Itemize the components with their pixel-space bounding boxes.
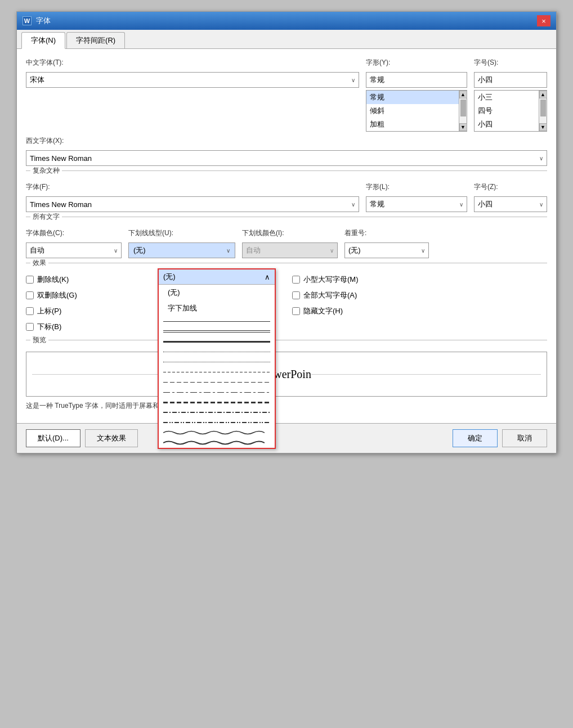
ok-button[interactable]: 确定 <box>453 429 498 447</box>
underline-type-value: (无) <box>133 245 146 255</box>
chinese-font-row: 中文字体(T): 宋体 ∨ 字形(Y): 常规 常规 倾斜 加粗 <box>26 58 547 132</box>
style-scrollbar[interactable]: ▲ ▼ <box>459 91 467 131</box>
tab-font[interactable]: 字体(N) <box>21 32 65 49</box>
close-button[interactable]: × <box>537 15 550 26</box>
hidden-label: 隐藏文字(H) <box>303 306 343 316</box>
effects-grid: 删除线(K) 小型大写字母(M) 双删除线(G) 全部大写字母(A) 上标(P) <box>26 275 547 335</box>
style-label: 字形(Y): <box>366 58 467 68</box>
style-item-italic[interactable]: 倾斜 <box>366 104 459 118</box>
double-strikethrough-label: 双删除线(G) <box>37 290 77 300</box>
dropdown-option-long-short[interactable] <box>159 387 275 397</box>
emphasis-select[interactable]: (无) ∨ <box>344 242 429 258</box>
style-value: 常规 <box>370 75 384 85</box>
size-scroll-up[interactable]: ▲ <box>539 91 547 98</box>
size-scroll-thumb[interactable] <box>540 100 546 116</box>
line-dotted-fine-icon <box>163 352 270 352</box>
line-dashed-md-icon <box>163 382 270 383</box>
style-scroll-up[interactable]: ▲ <box>459 91 467 98</box>
size-item-xiaosi[interactable]: 小四 <box>474 118 539 131</box>
chinese-font-select[interactable]: 宋体 ∨ <box>26 72 359 88</box>
line-wave2-icon <box>163 439 265 446</box>
dropdown-option-underline-text[interactable]: 字下加线 <box>159 300 275 316</box>
dropdown-option-dashed-sm[interactable] <box>159 367 275 377</box>
size-select[interactable]: 小四 <box>474 72 547 88</box>
chinese-font-arrow: ∨ <box>351 77 355 83</box>
underline-color-arrow: ∨ <box>330 248 334 254</box>
style-col: 字形(Y): 常规 常规 倾斜 加粗 ▲ <box>366 58 467 132</box>
style-list-container: 常规 倾斜 加粗 ▲ ▼ <box>366 90 467 132</box>
chinese-font-col: 中文字体(T): 宋体 ∨ <box>26 58 359 88</box>
complex-style-value: 常规 <box>370 199 384 209</box>
dropdown-option-thick-dashed[interactable] <box>159 397 275 407</box>
dropdown-option-single[interactable] <box>159 316 275 326</box>
line-single-icon <box>163 321 270 322</box>
preview-line-below <box>311 374 541 375</box>
dropdown-option-dotted-fine[interactable] <box>159 347 275 357</box>
underline-color-select[interactable]: 自动 ∨ <box>242 242 338 258</box>
size-scrollbar[interactable]: ▲ ▼ <box>539 91 547 131</box>
complex-size-select[interactable]: 小四 ∨ <box>474 196 547 212</box>
font-color-label: 字体颜色(C): <box>26 228 122 238</box>
dropdown-option-thick[interactable] <box>159 336 275 347</box>
line-wave-icon <box>163 430 265 435</box>
double-strikethrough-checkbox[interactable] <box>26 291 34 299</box>
line-long-short-icon <box>163 392 270 393</box>
default-button[interactable]: 默认(D)... <box>26 429 80 447</box>
underline-type-select[interactable]: (无) ∨ <box>128 242 235 258</box>
emphasis-label: 着重号: <box>344 228 429 238</box>
style-item-bold[interactable]: 加粗 <box>366 118 459 131</box>
preview-section: 预览 PowerPoin <box>26 340 547 397</box>
font-color-select[interactable]: 自动 ∨ <box>26 242 122 258</box>
style-scroll-thumb[interactable] <box>460 100 466 116</box>
style-select[interactable]: 常规 <box>366 72 467 88</box>
all-caps-checkbox[interactable] <box>292 291 300 299</box>
line-thick-dashed-icon <box>163 402 270 403</box>
style-item-regular[interactable]: 常规 <box>366 91 459 104</box>
title-bar-left: W 字体 <box>23 16 51 26</box>
strikethrough-checkbox[interactable] <box>26 276 34 284</box>
style-list: 常规 倾斜 加粗 <box>366 91 459 131</box>
tab-spacing[interactable]: 字符间距(R) <box>66 32 125 48</box>
superscript-checkbox[interactable] <box>26 307 34 315</box>
style-scroll-down[interactable]: ▼ <box>459 123 467 131</box>
small-caps-checkbox[interactable] <box>292 276 300 284</box>
preview-title: 预览 <box>30 335 48 345</box>
dropdown-option-wave[interactable] <box>159 428 275 438</box>
dropdown-option-dashed-md[interactable] <box>159 377 275 387</box>
size-col: 字号(S): 小四 小三 四号 小四 ▲ ▼ <box>474 58 547 132</box>
dialog-title: 字体 <box>36 16 51 26</box>
western-font-arrow: ∨ <box>539 155 543 161</box>
western-font-select[interactable]: Times New Roman ∨ <box>26 150 547 166</box>
subscript-label: 下标(B) <box>37 322 61 332</box>
dropdown-option-double[interactable] <box>159 326 275 336</box>
cancel-button[interactable]: 取消 <box>502 429 547 447</box>
dropdown-option-dotted-medium[interactable] <box>159 357 275 367</box>
dropdown-option-wave2[interactable] <box>159 438 275 448</box>
dropdown-option-dot-dash1[interactable] <box>159 407 275 417</box>
all-caps-label: 全部大写字母(A) <box>303 290 357 300</box>
superscript-label: 上标(P) <box>37 306 61 316</box>
size-scroll-track <box>539 98 547 123</box>
line-dot-dash1-icon <box>163 412 270 413</box>
complex-size-arrow: ∨ <box>539 201 543 208</box>
subscript-checkbox[interactable] <box>26 323 34 331</box>
complex-font-select[interactable]: Times New Roman ∨ <box>26 196 359 212</box>
font-color-arrow: ∨ <box>114 248 118 254</box>
hidden-checkbox[interactable] <box>292 307 300 315</box>
complex-size-value: 小四 <box>478 199 493 209</box>
effects-title: 效果 <box>30 258 48 268</box>
complex-font-col: 字体(F): Times New Roman ∨ <box>26 182 359 212</box>
complex-style-label: 字形(L): <box>366 182 467 192</box>
size-scroll-down[interactable]: ▼ <box>539 123 547 131</box>
text-effect-button[interactable]: 文本效果 <box>85 429 138 447</box>
line-dot-dash2-icon <box>163 422 270 423</box>
app-icon: W <box>23 16 32 25</box>
complex-style-arrow: ∨ <box>459 201 463 208</box>
size-item-xiaosan[interactable]: 小三 <box>474 91 539 104</box>
font-note: 这是一种 TrueType 字体，同时适用于屏幕和打印机。 <box>26 401 547 411</box>
western-font-value: Times New Roman <box>30 154 92 163</box>
size-item-sihao[interactable]: 四号 <box>474 104 539 118</box>
dropdown-option-dot-dash2[interactable] <box>159 417 275 428</box>
dropdown-option-none[interactable]: (无) <box>159 285 275 300</box>
complex-style-select[interactable]: 常规 ∨ <box>366 196 467 212</box>
